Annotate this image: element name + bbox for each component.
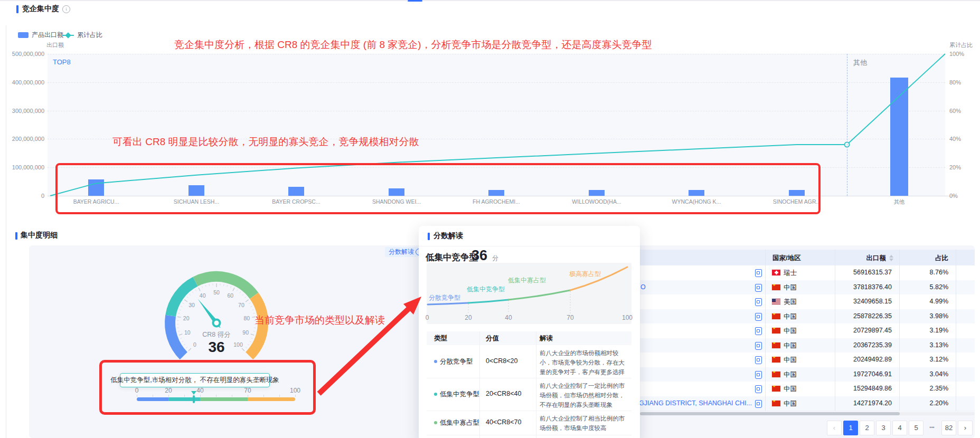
zone-dot-icon — [434, 393, 437, 396]
page-button[interactable]: 5 — [909, 421, 924, 435]
page-next-button[interactable]: › — [958, 421, 973, 435]
country-flag-icon: ★ — [772, 372, 780, 377]
country-flag-icon: ★ — [772, 342, 780, 348]
dashboard-root: 竞企集中度 i 产品出口额 累计占比 出口额 累计占比 TOP8 其他 0100… — [0, 0, 980, 438]
y-axis-tick: 100,000,000 — [2, 164, 44, 170]
sort-desc-icon[interactable] — [889, 259, 893, 261]
popup-row-score: 40<CR8<70 — [486, 418, 521, 426]
compare-icon[interactable] — [755, 400, 762, 408]
score-explain-badge-label: 分数解读 — [389, 247, 414, 256]
scale-tick-label: 20 — [161, 387, 176, 394]
popup-row-type: 低集中寡占型 — [440, 418, 479, 427]
compare-icon[interactable] — [755, 327, 762, 335]
gridline — [48, 167, 945, 168]
export-value: 25878226.35 — [835, 312, 892, 320]
gridline — [48, 82, 945, 83]
page-ellipsis[interactable]: ••• — [925, 421, 939, 434]
compare-icon[interactable] — [755, 298, 762, 306]
page-prev-button[interactable]: ‹ — [827, 421, 842, 435]
x-axis-category-label: 其他 — [857, 198, 941, 206]
sort-asc-icon[interactable] — [889, 255, 893, 258]
content-left-edge — [6, 25, 6, 438]
info-icon[interactable]: i — [62, 5, 70, 13]
compare-icon[interactable] — [755, 269, 762, 277]
country-name: 中国 — [784, 283, 797, 292]
gauge-title: CR8 得分 — [174, 330, 259, 339]
export-bar — [890, 78, 908, 196]
page-button[interactable]: 2 — [860, 421, 874, 435]
country-name: 中国 — [784, 399, 797, 408]
scale-tick-mark — [279, 395, 280, 397]
section1-accent-bar — [16, 5, 18, 13]
legend-line-diamond-icon[interactable] — [65, 32, 71, 38]
popup-row-type: 分散竞争型 — [440, 357, 473, 366]
compare-icon[interactable] — [755, 385, 762, 393]
export-value: 19727046.91 — [835, 370, 892, 378]
y2-axis-tick: 80% — [949, 79, 961, 85]
column-border — [835, 250, 835, 411]
x-axis-category-label: SICHUAN LESH... — [154, 198, 239, 205]
export-bar — [288, 187, 304, 196]
country-name: 瑞士 — [784, 269, 797, 278]
popup-row-desc: 前八大企业控制了一定比例的市场份额，但市场仍然相对分散，不存在明显的寡头垄断现象 — [540, 382, 628, 410]
curve-x-tick: 40 — [501, 314, 516, 321]
popup-divider — [419, 246, 640, 246]
compare-icon[interactable] — [755, 342, 762, 350]
export-bar — [689, 190, 704, 196]
popup-title: 分数解读 — [434, 231, 463, 241]
export-bar — [189, 185, 204, 196]
gridline — [48, 111, 945, 111]
country-flag-icon — [772, 270, 780, 275]
page-button[interactable]: 82 — [941, 421, 956, 435]
legend-bar-label[interactable]: 产品出口额 — [32, 31, 63, 40]
scale-tick-label: 70 — [240, 387, 256, 394]
share-value: 2.20% — [899, 399, 948, 407]
popup-row-desc: 前八大企业的市场份额相对较小，市场竞争较为分散，存在大量的竞争对手，客户有更多选… — [540, 349, 628, 377]
popup-table-header-row — [427, 331, 632, 345]
country-flag-icon: ★ — [772, 386, 780, 392]
share-value: 3.04% — [899, 370, 948, 378]
gauge-value: 36 — [174, 339, 259, 356]
popup-row-desc: 前八大企业控制了相当比例的市场份额，市场集中度较高 — [540, 414, 628, 433]
gauge-tooltip: 低集中竞争型,市场相对分散， 不存在明显的寡头垄断现象 — [120, 373, 270, 387]
svg-text:50: 50 — [213, 289, 220, 296]
country-flag-icon: ★ — [772, 328, 780, 334]
company-link[interactable]: O — [640, 283, 646, 291]
section2-title: 集中度明细 — [21, 231, 58, 240]
x-axis-category-label: BAYER CROPSC... — [254, 198, 338, 205]
y2-axis-tick: 0% — [949, 193, 958, 199]
scale-marker-icon[interactable] — [191, 391, 196, 395]
page-button[interactable]: 3 — [876, 421, 891, 435]
export-value: 20249492.89 — [835, 356, 892, 363]
popup-score-unit: 分 — [492, 254, 498, 263]
gridline — [48, 54, 945, 54]
scale-tick-mark — [153, 395, 153, 397]
country-name: 美国 — [784, 298, 797, 307]
header-share: 占比 — [899, 254, 948, 263]
svg-text:20: 20 — [183, 315, 190, 321]
country-flag-icon: ★ — [772, 313, 780, 319]
zone-divider-line — [847, 54, 847, 196]
share-value: 3.13% — [899, 341, 948, 349]
popup-table-header-cell: 分值 — [486, 334, 499, 343]
export-value: 15294849.86 — [835, 385, 892, 392]
country-name: 中国 — [784, 370, 797, 379]
scale-marker-tick[interactable] — [193, 395, 195, 403]
compare-icon[interactable] — [755, 356, 762, 364]
country-flag-icon — [772, 299, 780, 304]
scale-tick-mark — [184, 395, 185, 397]
y2-axis-tick: 60% — [949, 108, 961, 114]
page-button[interactable]: 1 — [843, 421, 858, 435]
popup-result-type: 低集中竞争型 — [426, 252, 478, 263]
curve-zone-label: 低集中竞争型 — [467, 285, 505, 294]
export-bar — [88, 179, 104, 196]
scroll-indicator[interactable] — [408, 0, 422, 2]
compare-icon[interactable] — [755, 371, 762, 379]
legend-bar-swatch[interactable] — [18, 32, 29, 38]
hscrollbar-thumb[interactable] — [640, 412, 900, 415]
compare-icon[interactable] — [755, 284, 762, 292]
page-button[interactable]: 4 — [892, 421, 907, 435]
header-export: 出口额 — [835, 254, 886, 263]
legend-line-label[interactable]: 累计占比 — [77, 31, 102, 40]
compare-icon[interactable] — [755, 313, 762, 321]
